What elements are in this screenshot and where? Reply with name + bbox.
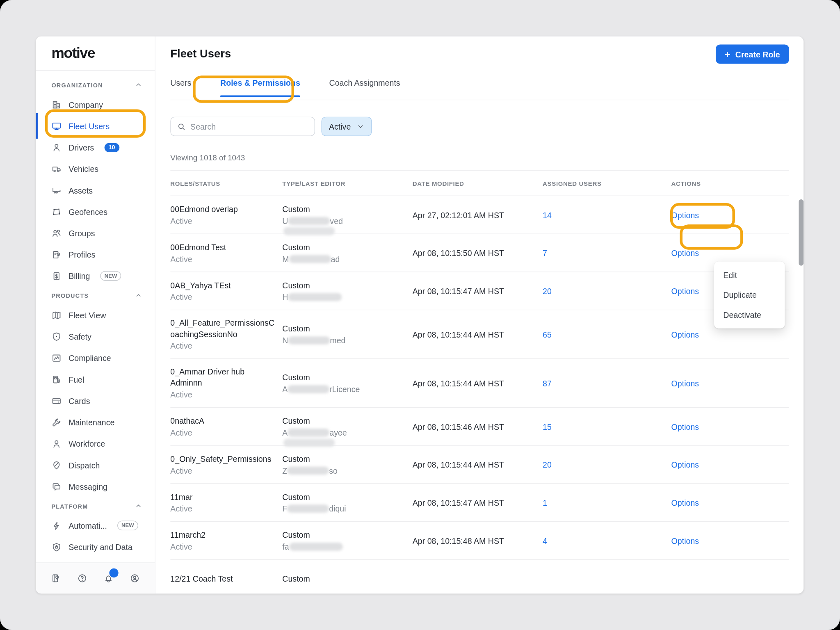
role-name: 11march2 [170, 529, 277, 540]
nav-section-header-products[interactable]: PRODUCTS [36, 287, 155, 304]
role-type: Custom [282, 279, 407, 290]
assigned-users-link[interactable]: 87 [543, 379, 552, 388]
menu-item-edit[interactable]: Edit [714, 265, 785, 285]
nav-section-header-organization[interactable]: ORGANIZATION [36, 76, 155, 94]
sidebar-item-fuel[interactable]: Fuel [36, 369, 155, 390]
tab-roles-permissions[interactable]: Roles & Permissions [220, 78, 300, 97]
assigned-users-link[interactable]: 15 [543, 422, 552, 431]
redaction-blur [283, 438, 335, 447]
sidebar-item-fleet-view[interactable]: Fleet View [36, 304, 155, 326]
column-header-roles-status: ROLES/STATUS [170, 171, 282, 196]
sidebar-item-cards[interactable]: Cards [36, 390, 155, 411]
role-name: 0nathacA [170, 415, 277, 426]
role-status-cell: 00Edmond TestActive [170, 234, 282, 271]
sidebar-item-billing[interactable]: BillingNEW [36, 265, 155, 287]
menu-item-deactivate[interactable]: Deactivate [714, 305, 785, 324]
sidebar-item-automati[interactable]: Automati...NEW [36, 515, 155, 536]
sidebar-item-assets[interactable]: Assets [36, 180, 155, 201]
chevron-up-icon [135, 502, 142, 509]
search-input[interactable] [190, 122, 308, 131]
role-status: Active [170, 341, 277, 352]
last-editor-redacted: fa [282, 541, 407, 552]
last-editor-redacted: Mad [282, 253, 407, 264]
role-name: 00Edmond Test [170, 241, 277, 252]
assigned-users-link[interactable]: 4 [543, 536, 547, 545]
options-link[interactable]: Options [671, 210, 699, 219]
tab-users[interactable]: Users [170, 78, 191, 97]
assigned-users-cell: 4 [543, 529, 671, 552]
sidebar-item-fleet-users[interactable]: Fleet Users [36, 115, 155, 137]
role-status-cell: 0_Ammar Driver hub AdminnnActive [170, 359, 282, 407]
redaction-blur [289, 255, 331, 263]
sidebar-item-dispatch[interactable]: Dispatch [36, 454, 155, 476]
assigned-users-link[interactable]: 14 [543, 210, 552, 219]
redaction-blur [289, 542, 343, 550]
column-header-assigned-users: ASSIGNED USERS [543, 171, 671, 196]
assigned-users-cell: 20 [543, 279, 671, 302]
role-status: Active [170, 390, 277, 400]
options-link[interactable]: Options [671, 379, 699, 388]
dispatch-icon [51, 460, 62, 470]
profile-doc-icon [51, 249, 62, 260]
role-type: Custom [282, 491, 407, 502]
assigned-users-link[interactable]: 7 [543, 248, 547, 257]
assigned-users-link[interactable]: 20 [543, 460, 552, 469]
sidebar-item-company[interactable]: Company [36, 94, 155, 115]
options-link[interactable]: Options [671, 286, 699, 295]
sidebar-item-compliance[interactable]: Compliance [36, 347, 155, 368]
type-editor-cell: CustomH [282, 272, 412, 309]
sidebar-item-safety[interactable]: Safety [36, 326, 155, 347]
options-link[interactable]: Options [671, 536, 699, 545]
sidebar-item-drivers[interactable]: Drivers10 [36, 137, 155, 158]
assigned-users-link[interactable]: 20 [543, 286, 552, 295]
last-editor-redacted: Nmed [282, 335, 407, 346]
tab-coach-assignments[interactable]: Coach Assignments [329, 78, 400, 97]
create-role-button[interactable]: + Create Role [715, 44, 789, 64]
results-summary: Viewing 1018 of 1043 [170, 153, 245, 162]
sidebar-item-workforce[interactable]: Workforce [36, 433, 155, 454]
status-filter-dropdown[interactable]: Active [322, 117, 372, 136]
table-row: 0_All_Feature_PermissionsCoachingSession… [170, 310, 789, 359]
bell-icon[interactable] [103, 573, 114, 584]
guide-map-icon[interactable] [50, 573, 62, 584]
last-editor-redacted: Aayee [282, 427, 407, 438]
sidebar-item-vehicles[interactable]: Vehicles [36, 158, 155, 179]
tab-bar-divider [170, 100, 789, 100]
assigned-users-link[interactable]: 65 [543, 330, 552, 339]
redaction-blur [288, 428, 329, 436]
actions-cell: Options [671, 491, 789, 514]
help-icon[interactable] [76, 573, 88, 584]
nav-section-header-platform[interactable]: PLATFORM [36, 497, 155, 515]
options-link[interactable]: Options [671, 422, 699, 431]
options-link[interactable]: Options [671, 498, 699, 507]
sidebar-item-groups[interactable]: Groups [36, 222, 155, 244]
sidebar-item-messaging[interactable]: Messaging [36, 476, 155, 497]
account-icon[interactable] [129, 573, 141, 584]
roles-table: ROLES/STATUSTYPE/LAST EDITORDATE MODIFIE… [170, 170, 789, 593]
sidebar-item-label: Assets [68, 186, 93, 195]
main-content: Fleet Users + Create Role UsersRoles & P… [155, 37, 803, 593]
search-box[interactable] [170, 117, 315, 136]
role-status: Active [170, 465, 277, 476]
menu-item-duplicate[interactable]: Duplicate [714, 285, 785, 305]
type-editor-cell: CustomAayee [282, 408, 412, 445]
date-modified-cell: Apr 08, 10:15:48 AM HST [413, 529, 543, 552]
sidebar-item-geofences[interactable]: Geofences [36, 201, 155, 222]
options-link[interactable]: Options [671, 460, 699, 469]
actions-cell: Options [671, 529, 789, 552]
role-status: Active [170, 216, 277, 226]
plus-icon: + [725, 49, 731, 59]
sidebar-item-profiles[interactable]: Profiles [36, 244, 155, 265]
sidebar-item-label: Billing [68, 272, 90, 281]
role-name: 0_All_Feature_PermissionsCoachingSession… [170, 317, 277, 340]
sidebar-item-security-and-data[interactable]: Security and Data [36, 536, 155, 557]
sidebar-item-maintenance[interactable]: Maintenance [36, 411, 155, 433]
assigned-users-link[interactable]: 1 [543, 498, 547, 507]
role-status-cell: 11march2Active [170, 522, 282, 559]
table-row: 0_Ammar Driver hub AdminnnActiveCustomAr… [170, 359, 789, 408]
assigned-users-cell: 65 [543, 323, 671, 346]
table-scrollbar-thumb[interactable] [799, 199, 803, 266]
options-link[interactable]: Options [671, 330, 699, 339]
role-name: 11mar [170, 491, 277, 502]
options-link[interactable]: Options [671, 248, 699, 257]
